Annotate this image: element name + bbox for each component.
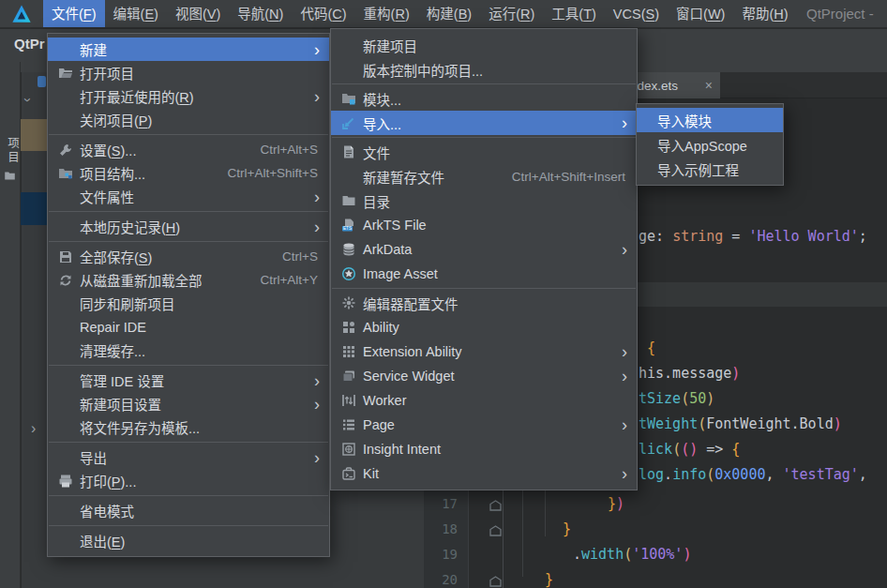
menu-item-worker[interactable]: Worker [331,388,637,413]
menu-item-kit[interactable]: Kit› [331,461,637,486]
code-line: }) [608,491,624,517]
line-number[interactable]: 19 [424,542,458,567]
menu-item-image-asset[interactable]: Image Asset [331,262,637,286]
menu-item-label: Extension Ability [363,344,462,359]
menubar-item-run[interactable]: 运行(R) [480,0,543,27]
project-name[interactable]: QtPr [14,36,45,52]
menubar-item-navigate[interactable]: 导航(N) [229,0,292,27]
menu-item-local-history[interactable]: 本地历史记录(H)› [48,215,329,238]
menu-item-directory[interactable]: 目录 [331,188,637,213]
menu-item-settings[interactable]: 设置(S)...Ctrl+Alt+S [48,138,329,161]
menu-item-exit[interactable]: 退出(E) [48,529,329,552]
folder-icon [338,193,359,208]
menubar-item-view[interactable]: 视图(V) [167,0,229,27]
menu-item-repair-ide[interactable]: Repair IDE [48,315,329,339]
menu-item-open-recent[interactable]: 打开最近使用的(R)› [48,84,329,108]
menu-item-arkdata[interactable]: ArkData› [331,237,637,262]
menu-item-arkts-file[interactable]: ETSArkTS File [331,213,637,237]
menu-item-label: Page [363,417,395,432]
menu-item-reload-all-from-disk[interactable]: 从磁盘重新加载全部Ctrl+Alt+Y [48,268,329,292]
panel-chevron-icon[interactable]: › [31,420,36,437]
line-number[interactable]: 18 [424,517,458,542]
menu-item-close-project[interactable]: 关闭项目(P) [48,108,329,131]
menu-item-open-project[interactable]: 打开项目 [48,61,329,84]
menubar-item-code[interactable]: 代码(C) [292,0,354,27]
menu-item-ability[interactable]: Ability [331,315,637,339]
menubar-item-refactor[interactable]: 重构(R) [355,0,418,27]
menubar-item-help[interactable]: 帮助(H) [733,0,796,27]
stripe-tab-project[interactable]: 项目 [4,137,22,164]
menu-item-file-properties[interactable]: 文件属性› [48,185,329,208]
import-icon [338,115,359,130]
menu-icon-slot [55,296,76,311]
menu-item-new-project-settings[interactable]: 新建项目设置› [48,392,329,415]
menu-icon-slot [644,113,654,128]
worker-icon [338,393,359,408]
menu-item-label: 管理 IDE 设置 [80,370,164,390]
extension-ability-icon [338,344,359,359]
menu-item-label: 同步和刷新项目 [80,294,175,313]
menu-item-save-file-as-template[interactable]: 将文件另存为模板... [48,415,329,439]
menu-icon-slot [55,89,76,104]
menu-item-import-module[interactable]: 导入模块 [637,108,783,132]
menu-icon-slot [55,320,76,335]
menu-item-export[interactable]: 导出› [48,445,329,469]
project-tree-row[interactable] [21,192,47,225]
menu-item-new-project[interactable]: 新建项目 [331,33,637,57]
menu-item-power-save-mode[interactable]: 省电模式 [48,499,329,522]
menu-item-page[interactable]: Page› [331,413,637,437]
menu-item-extension-ability[interactable]: Extension Ability› [331,339,637,364]
menu-item-manage-ide-settings[interactable]: 管理 IDE 设置› [48,369,329,392]
menu-separator [49,134,328,135]
menu-item-label: Repair IDE [80,320,146,335]
kit-icon [338,466,359,481]
code-line: } [545,567,553,588]
project-tree-selected-row[interactable] [21,119,47,151]
fold-marker-icon[interactable] [489,574,502,588]
file-menu-popup: 新建›打开项目打开最近使用的(R)›关闭项目(P)设置(S)...Ctrl+Al… [47,33,330,557]
menu-item-editor-config-file[interactable]: 编辑器配置文件 [331,291,637,315]
menubar-item-build[interactable]: 构建(B) [418,0,480,27]
menu-icon-slot [338,38,359,53]
menu-item-print[interactable]: 打印(P)... [48,469,329,492]
menu-item-label: 退出(E) [80,531,125,550]
menu-item-project-structure[interactable]: 项目结构...Ctrl+Alt+Shift+S [48,161,329,185]
menu-item-label: 导入示例工程 [657,159,739,179]
menu-item-import[interactable]: 导入...› [331,111,637,135]
menu-item-import-sample-project[interactable]: 导入示例工程 [637,157,783,181]
fold-marker-icon[interactable] [489,498,502,515]
tree-expand-icon[interactable]: › [21,98,37,102]
menu-item-save-all[interactable]: 全部保存(S)Ctrl+S [48,245,329,268]
menu-item-scratch-file[interactable]: 新建暂存文件Ctrl+Alt+Shift+Insert [331,164,637,188]
menu-item-project-from-vcs[interactable]: 版本控制中的项目... [331,57,637,82]
menubar-item-vcs[interactable]: VCS(S) [605,0,668,27]
line-number[interactable]: 20 [424,567,458,588]
menu-item-import-appscope[interactable]: 导入AppScope [637,132,783,157]
menu-item-invalidate-caches[interactable]: 清理缓存... [48,339,329,362]
menu-item-label: 新建暂存文件 [363,167,444,187]
line-number[interactable]: 17 [424,491,458,517]
menubar-item-window[interactable]: 窗口(W) [668,0,733,27]
menu-item-label: ArkTS File [363,218,427,233]
tab-close-icon[interactable]: × [705,78,713,93]
menu-item-label: 将文件另存为模板... [80,417,200,437]
module-icon [338,91,359,106]
arkts-file-icon: ETS [338,218,359,233]
menubar-item-file[interactable]: 文件(F) [43,0,105,27]
insight-intent-icon [338,442,359,457]
menu-item-sync-refresh-project[interactable]: 同步和刷新项目 [48,292,329,315]
submenu-arrow-icon: › [314,372,322,389]
menu-item-file[interactable]: 文件 [331,140,637,164]
menu-item-new[interactable]: 新建› [48,38,329,61]
menu-item-label: Insight Intent [363,442,441,457]
fold-marker-icon[interactable] [489,523,502,540]
menubar-item-edit[interactable]: 编辑(E) [105,0,167,27]
menu-item-service-widget[interactable]: Service Widget› [331,364,637,388]
code-line: ge: string = 'Hello World'; [639,224,867,249]
menu-shortcut: Ctrl+S [282,249,322,264]
menubar-item-tools[interactable]: 工具(T) [543,0,605,27]
breadcrumb-file-icon[interactable] [38,76,46,87]
menu-item-insight-intent[interactable]: Insight Intent [331,437,637,461]
menu-shortcut: Ctrl+Alt+S [260,143,322,157]
menu-item-module[interactable]: 模块... [331,86,637,111]
